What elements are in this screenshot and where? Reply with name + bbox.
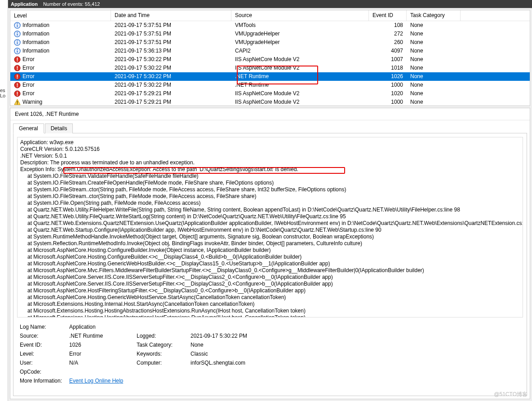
stack-line: at System.IO.FileStream..ctor(String pat… [20,186,520,193]
svg-point-29 [17,103,18,104]
label-opcode: OpCode: [20,369,69,375]
svg-rect-22 [17,83,18,86]
row-eventid: 108 [369,21,407,30]
value-task-category: None [191,342,520,348]
row-eventid: 1020 [369,89,407,98]
tab-general[interactable]: General [13,123,44,133]
value-opcode [69,369,137,375]
svg-point-26 [17,95,18,96]
table-row[interactable]: Warning2021-09-17 5:29:21 PMIIS AspNetCo… [10,98,530,106]
event-meta-grid: Log Name: Application Source: .NET Runti… [13,321,527,388]
row-level-text: Error [22,55,35,64]
row-task: None [407,30,461,38]
header-event-count: Number of events: 55,412 [43,0,100,8]
row-task: None [407,81,461,89]
exception-line: Exception Info: System.UnauthorizedAcces… [20,166,520,173]
row-eventid: 1018 [369,64,407,72]
row-eventid: 272 [369,30,407,38]
value-event-id: 1026 [69,342,137,348]
table-row[interactable]: Information2021-09-17 5:37:51 PMVMUpgrad… [10,38,530,47]
svg-rect-16 [17,66,18,69]
stack-line: at System.IO.File.Open(String path, File… [20,200,520,207]
row-source: IIS AspNetCore Module V2 [231,98,369,106]
col-header-source[interactable]: Source [231,10,369,21]
row-task: None [407,47,461,55]
event-detail-pane: Event 1026, .NET Runtime General Details… [10,108,530,399]
stack-line: at System.IO.FileStream.CreateFileOpenHa… [20,180,520,186]
stack-line: at Quartz.NET.Web.Extensions.QuartzNETEx… [20,220,520,227]
events-body[interactable]: Information2021-09-17 5:37:51 PMVMTools1… [10,21,530,106]
row-date: 2021-09-17 5:30:22 PM [111,81,231,89]
svg-point-5 [17,32,18,33]
row-level-text: Error [22,64,35,72]
svg-rect-1 [17,25,18,27]
label-source: Source: [20,333,69,339]
row-date: 2021-09-17 5:37:51 PM [111,38,231,47]
table-row[interactable]: Information2021-09-17 5:37:51 PMVMUpgrad… [10,30,530,38]
table-row[interactable]: Information2021-09-17 5:36:13 PMCAPI2409… [10,47,530,55]
table-row[interactable]: Error2021-09-17 5:30:22 PMIIS AspNetCore… [10,64,530,72]
link-event-log-help[interactable]: Event Log Online Help [69,378,123,384]
row-level-text: Information [22,30,49,38]
stack-line: at Microsoft.AspNetCore.Hosting.GenericW… [20,260,520,267]
tab-details[interactable]: Details [45,123,73,133]
label-logged: Logged: [137,333,191,339]
error-icon [14,65,21,71]
col-header-eventid[interactable]: Event ID [369,10,407,21]
svg-point-17 [17,69,18,70]
row-date: 2021-09-17 5:37:51 PM [111,30,231,38]
value-keywords: Classic [191,351,520,357]
detail-title: Event 1026, .NET Runtime [10,108,530,120]
stack-line: at Microsoft.AspNetCore.Mvc.Filters.Midd… [20,267,520,274]
stack-line: at System.IO.FileStream..ctor(String pat… [20,193,520,200]
row-eventid: 1000 [369,98,407,106]
stack-line: at Microsoft.Extensions.Hosting.Internal… [20,301,520,308]
col-header-date[interactable]: Date and Time [111,10,231,21]
row-task: None [407,98,461,106]
col-header-level[interactable]: Level [10,10,111,21]
stack-line: at System.RuntimeMethodHandle.InvokeMeth… [20,234,520,240]
row-source: VMUpgradeHelper [231,38,369,47]
label-log-name: Log Name: [20,324,69,330]
table-row[interactable]: Error2021-09-17 5:30:22 PM.NET Runtime10… [10,81,530,89]
error-icon [14,82,21,88]
info-icon [14,22,21,29]
row-source: CAPI2 [231,47,369,55]
row-task: None [407,89,461,98]
label-task-category: Task Category: [137,342,191,348]
stack-line: at Quartz.NET.Web.Startup.Configure(IApp… [20,227,520,234]
row-date: 2021-09-17 5:30:22 PM [111,64,231,72]
row-eventid: 1007 [369,55,407,64]
exception-line: .NET Version: 5.0.1 [20,153,520,159]
col-header-task[interactable]: Task Category [407,10,461,21]
row-eventid: 1026 [369,72,407,81]
row-source: IIS AspNetCore Module V2 [231,55,369,64]
value-source: .NET Runtime [69,333,137,339]
table-row[interactable]: Error2021-09-17 5:30:22 PMIIS AspNetCore… [10,55,530,64]
value-user: N/A [69,360,137,366]
row-level-text: Error [22,81,35,89]
label-level: Level: [20,351,69,357]
row-level-text: Information [22,21,49,30]
header-app-label: Application [11,0,38,8]
svg-rect-7 [17,42,18,44]
exception-text-scroll[interactable]: Application: w3wp.exeCoreCLR Version: 5.… [17,137,523,317]
stack-line: at System.IO.FileStream.ValidateFileHand… [20,173,520,180]
events-header-row[interactable]: Level Date and Time Source Event ID Task… [10,10,530,21]
row-level-text: Warning [22,98,42,106]
table-row[interactable]: Information2021-09-17 5:37:51 PMVMTools1… [10,21,530,30]
left-tree-partial-text: es Lo [0,88,8,98]
row-eventid: 260 [369,38,407,47]
table-row[interactable]: Error2021-09-17 5:30:22 PM.NET Runtime10… [10,72,530,81]
row-level-text: Error [22,89,35,98]
label-computer: Computer: [137,360,191,366]
table-row[interactable]: Error2021-09-17 5:29:21 PMIIS AspNetCore… [10,89,530,98]
svg-point-2 [17,23,18,24]
row-source: IIS AspNetCore Module V2 [231,89,369,98]
watermark: @51CTO博客 [494,391,528,398]
tab-general-body: Application: w3wp.exeCoreCLR Version: 5.… [13,133,527,396]
svg-point-11 [17,49,18,50]
row-task: None [407,55,461,64]
value-log-name: Application [69,324,137,330]
exception-line: Description: The process was terminated … [20,159,520,166]
